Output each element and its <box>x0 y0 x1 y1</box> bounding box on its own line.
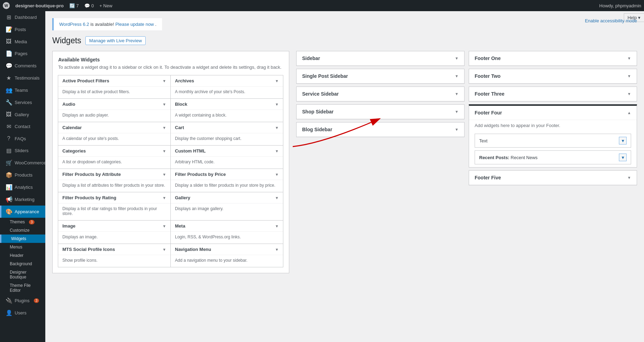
sidebar-area-footer-two-header[interactable]: Footer Two ▼ <box>469 69 637 83</box>
widget-filter-by-rating[interactable]: Filter Products by Rating ▼ Display a li… <box>58 192 171 221</box>
live-preview-button[interactable]: Manage with Live Preview <box>85 36 146 45</box>
sidebar-item-media[interactable]: 🖼 Media <box>0 36 45 47</box>
sidebar-item-plugins[interactable]: 🔌 Plugins 3 <box>0 295 45 307</box>
users-icon: 👤 <box>6 310 12 316</box>
widget-in-area-text: Text ▾ <box>475 134 631 148</box>
sidebar-area-footer-three: Footer Three ▼ <box>469 87 637 102</box>
chevron-down-icon: ▼ <box>455 92 459 96</box>
site-name[interactable]: designer-boutique-pro <box>15 3 64 8</box>
widgets-grid: Active Product Filters ▼ Display a list … <box>58 75 283 267</box>
widget-calendar[interactable]: Calendar ▼ A calendar of your site's pos… <box>58 122 171 146</box>
themes-badge: 3 <box>29 220 34 224</box>
sidebar-item-teams[interactable]: 👥 Teams <box>0 84 45 96</box>
widget-cart[interactable]: Cart ▼ Display the customer shopping car… <box>170 122 283 146</box>
new-content-button[interactable]: + New <box>99 3 112 8</box>
sidebar-item-users[interactable]: 👤 Users <box>0 307 45 319</box>
widget-recent-posts-edit-button[interactable]: ▾ <box>619 154 627 161</box>
sidebar-item-products[interactable]: 📦 Products <box>0 169 45 181</box>
sidebar-submenu-widgets[interactable]: Widgets <box>0 235 45 243</box>
widget-gallery[interactable]: Gallery ▼ Displays an image gallery. <box>170 192 283 221</box>
dashboard-icon: ⊞ <box>6 14 12 21</box>
update-notice: WordPress 6.2 is available! Please updat… <box>52 18 162 30</box>
sidebar-item-faqs[interactable]: ? FAQs <box>0 133 45 144</box>
widget-in-area-recent-posts: Recent Posts: Recent News ▾ <box>475 150 631 164</box>
sidebar-item-woocommerce[interactable]: 🛒 WooCommerce <box>0 157 45 169</box>
sidebar-submenu-background[interactable]: Background <box>0 260 45 268</box>
sidebar-area-single-post: Single Post Sidebar ▼ <box>296 69 465 84</box>
accessibility-mode-link[interactable]: Enable accessibility mode <box>585 18 637 23</box>
sidebar-area-footer-four-header[interactable]: Footer Four ▲ <box>469 106 637 120</box>
sidebar-area-shop-header[interactable]: Shop Sidebar ▼ <box>297 105 464 119</box>
widget-mts-social[interactable]: MTS Social Profile Icons ▼ Show profile … <box>58 244 171 267</box>
testimonials-icon: ★ <box>6 75 12 81</box>
posts-icon: 📝 <box>6 26 12 33</box>
products-icon: 📦 <box>6 172 12 178</box>
chevron-down-icon: ▼ <box>275 126 279 130</box>
chevron-down-icon: ▼ <box>455 56 459 60</box>
widget-custom-html[interactable]: Custom HTML ▼ Arbitrary HTML code. <box>170 145 283 169</box>
sidebar-item-dashboard[interactable]: ⊞ Dashboard <box>0 11 45 23</box>
sidebar-area-service-header[interactable]: Service Sidebar ▼ <box>297 87 464 101</box>
chevron-down-icon: ▼ <box>627 56 631 60</box>
sidebar-item-contact[interactable]: ✉ Contact <box>0 120 45 133</box>
widget-image[interactable]: Image ▼ Displays an image. <box>58 220 171 244</box>
page-title: Widgets <box>52 36 81 45</box>
sidebar-submenu-header[interactable]: Header <box>0 251 45 260</box>
sidebar-area-footer-three-header[interactable]: Footer Three ▼ <box>469 87 637 101</box>
sidebar-area-sidebar: Sidebar ▼ <box>296 51 465 66</box>
sidebar-area-single-post-header[interactable]: Single Post Sidebar ▼ <box>297 69 464 83</box>
available-widgets-title: Available Widgets <box>58 57 283 62</box>
widget-archives[interactable]: Archives ▼ A monthly archive of your sit… <box>170 75 283 99</box>
sidebar-submenu-menus[interactable]: Menus <box>0 243 45 251</box>
sidebar-item-posts[interactable]: 📝 Posts <box>0 23 45 36</box>
sidebar-item-testimonials[interactable]: ★ Testimonials <box>0 72 45 84</box>
wp-version-link[interactable]: WordPress 6.2 <box>59 22 89 27</box>
sidebar-area-blog-header[interactable]: Blog Sidebar ▼ <box>297 122 464 137</box>
sidebar-item-appearance[interactable]: 🎨 Appearance <box>0 206 45 218</box>
media-icon: 🖼 <box>6 38 12 45</box>
sidebar-area-shop: Shop Sidebar ▼ <box>296 104 465 119</box>
chevron-down-icon: ▼ <box>275 196 279 200</box>
sidebar-area-sidebar-header[interactable]: Sidebar ▼ <box>297 51 464 66</box>
widget-filter-by-price[interactable]: Filter Products by Price ▼ Display a sli… <box>170 169 283 192</box>
sidebar-areas: Sidebar ▼ Single Post Sidebar ▼ <box>296 51 637 273</box>
widget-block[interactable]: Block ▼ A widget containing a block. <box>170 98 283 122</box>
widget-meta[interactable]: Meta ▼ Login, RSS, & WordPress.org links… <box>170 220 283 244</box>
widget-audio[interactable]: Audio ▼ Displays an audio player. <box>58 98 171 122</box>
widget-navigation-menu[interactable]: Navigation Menu ▼ Add a navigation menu … <box>170 244 283 267</box>
update-now-link[interactable]: Please update now <box>115 22 154 27</box>
widget-in-area-text-header[interactable]: Text ▾ <box>475 134 631 147</box>
howdy-user[interactable]: Howdy, phpmyadmin <box>599 3 641 8</box>
page-header: Widgets Manage with Live Preview <box>52 36 637 45</box>
sidebar-submenu-themes[interactable]: Themes 3 <box>0 218 45 226</box>
comments-link[interactable]: 💬 0 <box>84 3 94 8</box>
sidebar-area-service: Service Sidebar ▼ <box>296 87 465 102</box>
faqs-icon: ? <box>6 135 12 142</box>
wp-logo[interactable]: W <box>3 2 10 9</box>
widget-in-area-recent-posts-header[interactable]: Recent Posts: Recent News ▾ <box>475 151 631 164</box>
widget-filter-by-attribute[interactable]: Filter Products by Attribute ▼ Display a… <box>58 169 171 192</box>
sidebar-item-pages[interactable]: 📄 Pages <box>0 47 45 60</box>
admin-bar: W designer-boutique-pro 🔄 7 💬 0 + New Ho… <box>0 0 644 11</box>
chevron-up-icon: ▲ <box>627 111 631 115</box>
widget-categories[interactable]: Categories ▼ A list or dropdown of categ… <box>58 145 171 169</box>
chevron-down-icon: ▼ <box>162 196 166 200</box>
sidebar-submenu-designer-boutique[interactable]: Designer Boutique <box>0 268 45 281</box>
sidebar-area-footer-one-header[interactable]: Footer One ▼ <box>469 51 637 66</box>
widget-text-edit-button[interactable]: ▾ <box>619 137 627 144</box>
sidebar-area-footer-five-header[interactable]: Footer Five ▼ <box>469 171 637 185</box>
footer-four-desc: Add widgets here to appear in your Foote… <box>469 120 637 131</box>
appearance-icon: 🎨 <box>6 208 12 215</box>
sidebar-item-sliders[interactable]: ▤ Sliders <box>0 144 45 157</box>
sidebar-item-services[interactable]: 🔧 Services <box>0 96 45 109</box>
sidebar-item-comments[interactable]: 💬 Comments <box>0 60 45 72</box>
sidebar-item-analytics[interactable]: 📊 Analytics <box>0 181 45 193</box>
updates-link[interactable]: 🔄 7 <box>69 3 79 8</box>
sidebar-submenu-customize[interactable]: Customize <box>0 226 45 235</box>
contact-icon: ✉ <box>6 123 12 130</box>
sidebar-submenu-theme-file-editor[interactable]: Theme File Editor <box>0 281 45 295</box>
chevron-down-icon: ▼ <box>275 172 279 177</box>
widget-active-product-filters[interactable]: Active Product Filters ▼ Display a list … <box>58 75 171 99</box>
sidebar-item-marketing[interactable]: 📢 Marketing <box>0 193 45 206</box>
sidebar-item-gallery[interactable]: 🖼 Gallery <box>0 109 45 120</box>
